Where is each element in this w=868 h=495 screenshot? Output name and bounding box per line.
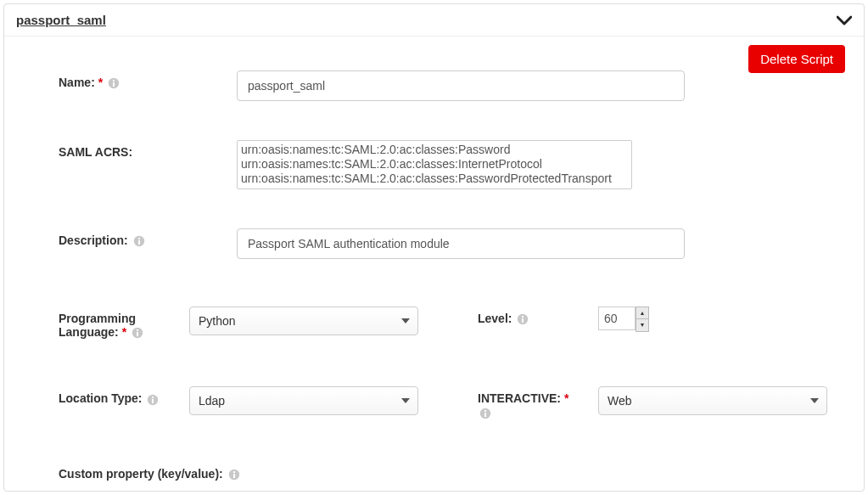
name-input[interactable] bbox=[237, 70, 685, 101]
level-input[interactable] bbox=[598, 307, 636, 330]
info-icon[interactable] bbox=[132, 327, 143, 339]
label-custom-property: Custom property (key/value): bbox=[59, 467, 809, 481]
svg-rect-13 bbox=[152, 399, 154, 403]
svg-rect-11 bbox=[522, 316, 524, 318]
info-icon[interactable] bbox=[228, 469, 240, 481]
svg-rect-20 bbox=[233, 471, 235, 473]
row-saml-acrs: SAML ACRS: urn:oasis:names:tc:SAML:2.0:a… bbox=[59, 140, 809, 189]
svg-rect-17 bbox=[484, 410, 486, 412]
info-icon[interactable] bbox=[108, 77, 120, 89]
group-location-type: Location Type: Ldap bbox=[59, 386, 418, 419]
info-icon[interactable] bbox=[133, 235, 145, 247]
svg-rect-16 bbox=[484, 413, 486, 417]
description-input[interactable] bbox=[237, 228, 685, 259]
label-name: Name: * bbox=[59, 70, 237, 89]
svg-rect-7 bbox=[137, 332, 138, 336]
interactive-select[interactable]: Web bbox=[598, 386, 827, 415]
row-description: Description: bbox=[59, 228, 809, 259]
script-panel: passport_saml Delete Script Name: * SAML… bbox=[3, 3, 865, 492]
row-lang-level: Programming Language: * Python Level: bbox=[59, 307, 809, 339]
svg-rect-2 bbox=[113, 80, 115, 82]
svg-rect-8 bbox=[137, 329, 138, 331]
info-icon[interactable] bbox=[517, 313, 529, 325]
svg-rect-5 bbox=[138, 238, 140, 239]
saml-acrs-option[interactable]: urn:oasis:names:tc:SAML:2.0:ac:classes:P… bbox=[241, 143, 628, 157]
label-programming-language: Programming Language: * bbox=[59, 307, 169, 339]
delete-script-button[interactable]: Delete Script bbox=[748, 45, 845, 73]
row-location-interactive: Location Type: Ldap INTERACTIVE: * bbox=[59, 386, 809, 419]
label-interactive: INTERACTIVE: * bbox=[478, 386, 578, 419]
label-saml-acrs: SAML ACRS: bbox=[59, 140, 237, 159]
location-type-select[interactable]: Ldap bbox=[189, 386, 418, 415]
group-programming-language: Programming Language: * Python bbox=[59, 307, 418, 339]
required-marker: * bbox=[564, 391, 568, 405]
programming-language-select[interactable]: Python bbox=[189, 307, 418, 335]
label-level: Level: bbox=[478, 307, 578, 325]
svg-rect-10 bbox=[522, 318, 524, 323]
svg-rect-4 bbox=[138, 240, 140, 245]
label-description: Description: bbox=[59, 228, 237, 247]
panel-title: passport_saml bbox=[16, 13, 106, 27]
saml-acrs-option[interactable]: urn:oasis:names:tc:SAML:2.0:ac:classes:P… bbox=[241, 172, 628, 186]
svg-rect-14 bbox=[152, 397, 154, 398]
required-marker: * bbox=[122, 325, 126, 339]
row-name: Name: * bbox=[59, 70, 809, 101]
svg-rect-1 bbox=[113, 82, 115, 87]
svg-rect-19 bbox=[233, 474, 235, 478]
saml-acrs-option[interactable]: urn:oasis:names:tc:SAML:2.0:ac:classes:I… bbox=[241, 157, 628, 172]
saml-acrs-listbox[interactable]: urn:oasis:names:tc:SAML:2.0:ac:classes:P… bbox=[237, 140, 632, 189]
panel-header[interactable]: passport_saml bbox=[4, 4, 864, 37]
level-step-down[interactable]: ▼ bbox=[636, 319, 648, 331]
chevron-down-icon[interactable] bbox=[837, 15, 852, 25]
level-step-up[interactable]: ▲ bbox=[636, 307, 648, 319]
label-location-type: Location Type: bbox=[59, 386, 169, 405]
info-icon[interactable] bbox=[147, 394, 159, 406]
info-icon[interactable] bbox=[479, 408, 491, 419]
required-marker: * bbox=[98, 76, 103, 89]
group-level: Level: ▲ ▼ bbox=[478, 307, 649, 339]
level-stepper: ▲ ▼ bbox=[636, 307, 649, 332]
panel-body: Delete Script Name: * SAML ACRS: urn:oas… bbox=[4, 37, 864, 491]
group-interactive: INTERACTIVE: * Web bbox=[478, 386, 827, 419]
